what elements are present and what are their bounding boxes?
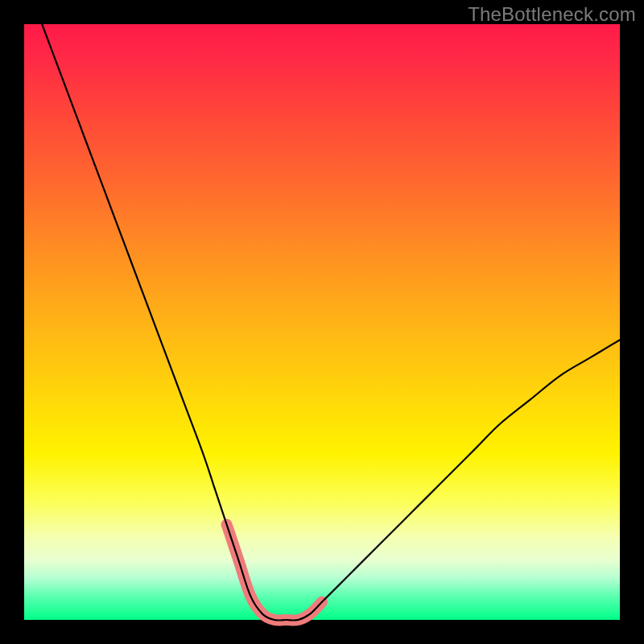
plot-area <box>24 24 620 620</box>
curve-layer <box>24 24 620 620</box>
watermark-text: TheBottleneck.com <box>468 3 636 26</box>
chart-frame: TheBottleneck.com <box>0 0 644 644</box>
bottleneck-curve <box>42 24 620 621</box>
valley-highlight <box>227 525 322 621</box>
